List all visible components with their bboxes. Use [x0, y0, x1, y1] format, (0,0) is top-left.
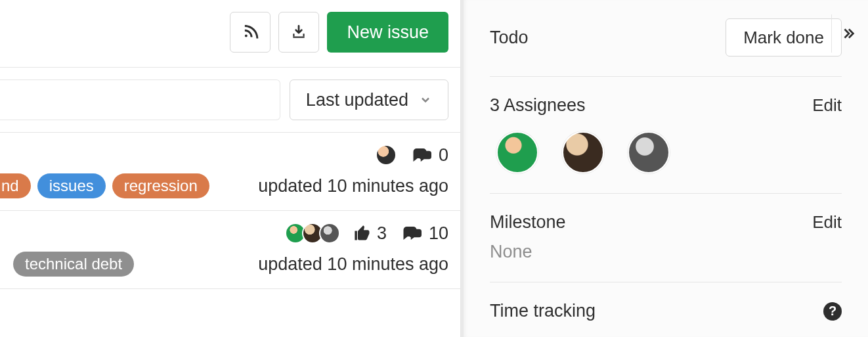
- labels: nd issues regression: [0, 173, 246, 198]
- rss-button[interactable]: [230, 12, 271, 53]
- issue-meta: 0: [0, 142, 448, 168]
- updated-time: updated 10 minutes ago: [258, 176, 448, 196]
- assignees-block: 3 Assignees Edit: [490, 77, 842, 194]
- avatar[interactable]: [319, 223, 340, 244]
- label[interactable]: issues: [37, 173, 106, 198]
- comments-icon: [410, 145, 433, 165]
- sort-label: Last updated: [306, 90, 408, 110]
- avatar[interactable]: [496, 131, 538, 173]
- issue-row[interactable]: 3 10 technical debt updated 10 minutes a…: [0, 211, 460, 289]
- avatar[interactable]: [376, 145, 397, 166]
- issue-row[interactable]: 0 nd issues regression updated 10 minute…: [0, 133, 460, 211]
- time-tracking-block: Time tracking ?: [490, 282, 842, 324]
- sort-dropdown[interactable]: Last updated: [290, 79, 448, 120]
- assignees-edit-link[interactable]: Edit: [812, 95, 842, 116]
- help-icon[interactable]: ?: [823, 302, 842, 321]
- issue-meta-bottom: technical debt updated 10 minutes ago: [0, 252, 448, 277]
- download-button[interactable]: [278, 12, 319, 53]
- label[interactable]: technical debt: [13, 252, 134, 277]
- todo-title: Todo: [490, 28, 529, 48]
- chevron-down-icon: [419, 93, 432, 106]
- thumbs-count[interactable]: 3: [353, 223, 387, 244]
- new-issue-button[interactable]: New issue: [327, 12, 448, 53]
- issue-sidebar: Todo Mark done 3 Assignees Edit Mileston…: [461, 0, 868, 337]
- milestone-title: Milestone: [490, 212, 566, 233]
- mark-done-button[interactable]: Mark done: [726, 18, 842, 56]
- avatar[interactable]: [562, 131, 604, 173]
- updated-time: updated 10 minutes ago: [258, 254, 448, 275]
- issue-list: 0 nd issues regression updated 10 minute…: [0, 133, 460, 289]
- milestone-block: Milestone Edit None: [490, 194, 842, 282]
- download-icon: [290, 24, 307, 41]
- filter-row: Last updated: [0, 67, 460, 133]
- comments-icon: [400, 223, 423, 243]
- collapse-sidebar-button[interactable]: [831, 14, 864, 53]
- chevron-double-right-icon: [841, 26, 856, 41]
- comments-count[interactable]: 0: [410, 145, 448, 166]
- issue-meta-bottom: nd issues regression updated 10 minutes …: [0, 173, 448, 198]
- time-tracking-title: Time tracking: [490, 301, 596, 321]
- thumbs-up-icon: [353, 224, 372, 242]
- label[interactable]: nd: [0, 173, 31, 198]
- avatar-stack: [285, 223, 340, 244]
- labels: technical debt: [0, 252, 246, 277]
- label[interactable]: regression: [112, 173, 209, 198]
- search-input[interactable]: [0, 79, 280, 120]
- issues-main-panel: New issue Last updated 0: [0, 0, 461, 337]
- comments-count[interactable]: 10: [400, 223, 448, 244]
- assignee-avatars: [490, 131, 842, 173]
- todo-block: Todo Mark done: [490, 0, 842, 77]
- assignees-title: 3 Assignees: [490, 95, 586, 116]
- actions-row: New issue: [0, 7, 460, 67]
- milestone-edit-link[interactable]: Edit: [812, 212, 842, 233]
- rss-icon: [242, 24, 259, 41]
- milestone-value: None: [490, 242, 842, 262]
- avatar[interactable]: [628, 131, 670, 173]
- issue-meta: 3 10: [0, 220, 448, 246]
